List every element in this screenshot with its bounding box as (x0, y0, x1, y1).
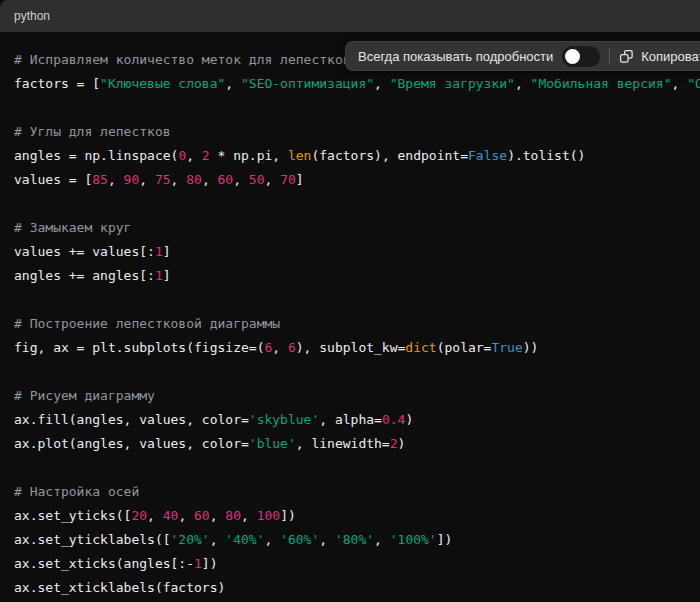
code-line: angles = np.linspace(0, 2 * np.pi, len(f… (14, 144, 686, 168)
code-line: # Углы для лепестков (14, 120, 686, 144)
code-line (14, 96, 686, 120)
overlay-separator (609, 48, 610, 64)
code-line: ax.set_xticklabels(factors) (14, 576, 686, 600)
code-block: python # Исправляем количество меток для… (0, 0, 700, 602)
code-line: # Построение лепестковой диаграммы (14, 312, 686, 336)
code-controls-overlay: Всегда показывать подробности Копировать… (345, 41, 700, 71)
code-line: values += values[:1] (14, 240, 686, 264)
code-line: ax.fill(angles, values, color='skyblue',… (14, 408, 686, 432)
code-line: factors = ["Ключевые слова", "SEO-оптими… (14, 72, 686, 96)
code-line: angles += angles[:1] (14, 264, 686, 288)
code-line (14, 288, 686, 312)
toggle-knob (565, 49, 580, 64)
details-toggle-label: Всегда показывать подробности (358, 49, 553, 64)
code-content: # Исправляем количество меток для лепест… (0, 32, 700, 602)
code-line: # Рисуем диаграмму (14, 384, 686, 408)
code-line: ax.set_yticklabels(['20%', '40%', '60%',… (14, 528, 686, 552)
code-line (14, 192, 686, 216)
code-line (14, 360, 686, 384)
code-line: ax.set_xticks(angles[:-1]) (14, 552, 686, 576)
code-line: values = [85, 90, 75, 80, 60, 50, 70] (14, 168, 686, 192)
always-show-details-toggle[interactable] (562, 46, 600, 67)
code-line: ax.plot(angles, values, color='blue', li… (14, 432, 686, 456)
copy-code-button[interactable]: Копировать код (619, 49, 700, 64)
code-line: ax.set_yticks([20, 40, 60, 80, 100]) (14, 504, 686, 528)
copy-button-label: Копировать код (641, 49, 700, 64)
code-block-header: python (0, 0, 700, 32)
language-label: python (14, 9, 50, 23)
code-line: fig, ax = plt.subplots(figsize=(6, 6), s… (14, 336, 686, 360)
copy-icon (619, 49, 634, 64)
code-line: # Замыкаем круг (14, 216, 686, 240)
code-line: # Настройка осей (14, 480, 686, 504)
code-line (14, 456, 686, 480)
